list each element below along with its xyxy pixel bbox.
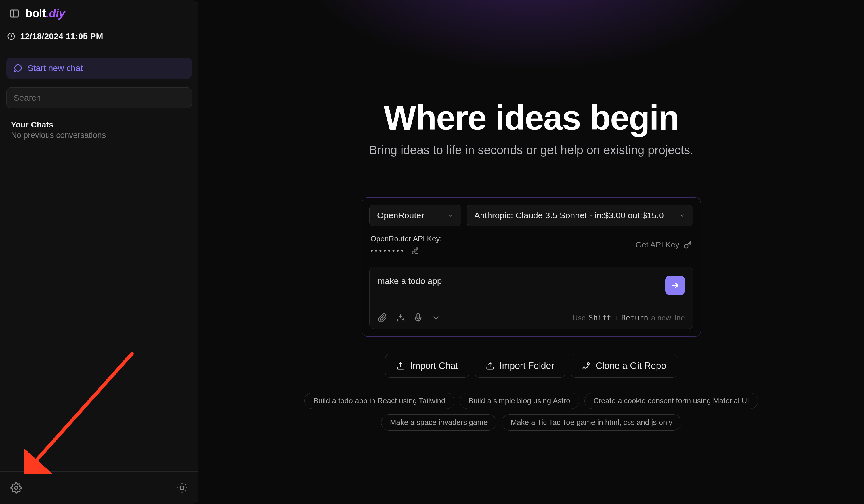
action-buttons-row: Import Chat Import Folder Clone a Git Re… bbox=[385, 354, 677, 378]
logo-diy: .diy bbox=[46, 7, 65, 20]
selects-row: OpenRouter Anthropic: Claude 3.5 Sonnet … bbox=[369, 205, 693, 226]
git-branch-icon bbox=[582, 362, 590, 370]
prompt-tool-icons bbox=[377, 313, 441, 323]
no-conversations-text: No previous conversations bbox=[6, 130, 192, 141]
svg-line-7 bbox=[179, 484, 179, 485]
hero-subtitle: Bring ideas to life in seconds or get he… bbox=[369, 143, 694, 157]
api-key-value-row: •••••••• bbox=[370, 246, 442, 255]
sidebar: bolt.diy 12/18/2024 11:05 PM Start new c… bbox=[0, 0, 199, 504]
api-key-row: OpenRouter API Key: •••••••• Get API Key bbox=[369, 235, 693, 255]
edit-icon[interactable] bbox=[411, 247, 419, 255]
suggestion-pill[interactable]: Create a cookie consent form using Mater… bbox=[585, 393, 758, 409]
clone-repo-label: Clone a Git Repo bbox=[596, 360, 666, 371]
search-input[interactable] bbox=[6, 87, 192, 108]
panel-toggle-icon[interactable] bbox=[9, 8, 20, 19]
timestamp-text: 12/18/2024 11:05 PM bbox=[20, 31, 103, 41]
settings-icon[interactable] bbox=[10, 482, 22, 494]
prompt-panel: OpenRouter Anthropic: Claude 3.5 Sonnet … bbox=[361, 197, 701, 337]
provider-select[interactable]: OpenRouter bbox=[369, 205, 461, 226]
import-chat-label: Import Chat bbox=[410, 360, 458, 371]
hint-tail: a new line bbox=[651, 314, 685, 323]
main-content: Where ideas begin Bring ideas to life in… bbox=[199, 0, 864, 504]
chevron-down-icon bbox=[447, 212, 454, 219]
key-icon bbox=[683, 240, 692, 249]
chevron-down-icon[interactable] bbox=[431, 313, 441, 323]
suggestion-pill[interactable]: Build a simple blog using Astro bbox=[460, 393, 579, 409]
sidebar-header: bolt.diy bbox=[0, 0, 198, 23]
upload-icon bbox=[396, 362, 405, 370]
get-api-key-link[interactable]: Get API Key bbox=[635, 240, 692, 249]
send-button[interactable] bbox=[665, 276, 685, 295]
suggestion-pill[interactable]: Build a todo app in React using Tailwind bbox=[304, 393, 454, 409]
theme-toggle-icon[interactable] bbox=[176, 482, 188, 494]
hint-shift: Shift bbox=[589, 314, 611, 322]
model-select[interactable]: Anthropic: Claude 3.5 Sonnet - in:$3.00 … bbox=[467, 205, 693, 226]
logo[interactable]: bolt.diy bbox=[25, 7, 65, 20]
api-key-label: OpenRouter API Key: bbox=[370, 235, 442, 243]
newline-hint: Use Shift + Return a new line bbox=[572, 314, 685, 323]
chevron-down-icon bbox=[679, 212, 685, 219]
your-chats-heading: Your Chats bbox=[6, 117, 192, 130]
api-key-left: OpenRouter API Key: •••••••• bbox=[370, 235, 442, 255]
hint-return: Return bbox=[621, 314, 648, 322]
svg-line-8 bbox=[185, 491, 185, 491]
microphone-icon[interactable] bbox=[413, 313, 423, 323]
svg-point-3 bbox=[15, 487, 17, 489]
prompt-input-bottom: Use Shift + Return a new line bbox=[377, 313, 685, 323]
svg-line-12 bbox=[185, 484, 185, 485]
suggestion-pills: Build a todo app in React using Tailwind… bbox=[304, 393, 758, 431]
start-new-chat-button[interactable]: Start new chat bbox=[6, 58, 192, 79]
api-key-masked: •••••••• bbox=[370, 246, 405, 255]
prompt-input-box: make a todo app Use Shift + Return a bbox=[369, 267, 693, 329]
svg-line-11 bbox=[179, 491, 179, 491]
svg-rect-0 bbox=[11, 10, 19, 17]
timestamp-row: 12/18/2024 11:05 PM bbox=[0, 23, 198, 48]
svg-point-4 bbox=[180, 486, 184, 490]
provider-select-value: OpenRouter bbox=[377, 211, 424, 220]
suggestion-pill[interactable]: Make a space invaders game bbox=[381, 414, 497, 431]
clock-icon bbox=[7, 32, 15, 40]
sidebar-footer bbox=[0, 471, 198, 504]
import-folder-label: Import Folder bbox=[500, 360, 554, 371]
hint-plus: + bbox=[614, 314, 619, 323]
model-select-value: Anthropic: Claude 3.5 Sonnet - in:$3.00 … bbox=[474, 211, 664, 220]
import-folder-button[interactable]: Import Folder bbox=[475, 354, 565, 378]
sidebar-body: Start new chat Your Chats No previous co… bbox=[0, 48, 198, 471]
import-chat-button[interactable]: Import Chat bbox=[385, 354, 469, 378]
your-chats-section: Your Chats No previous conversations bbox=[6, 117, 192, 141]
logo-bolt: bolt bbox=[25, 7, 46, 20]
prompt-input-top: make a todo app bbox=[377, 276, 685, 304]
get-api-key-label: Get API Key bbox=[635, 240, 679, 249]
upload-icon bbox=[486, 362, 494, 370]
attachment-icon[interactable] bbox=[377, 313, 387, 323]
prompt-textarea[interactable]: make a todo app bbox=[377, 276, 665, 286]
svg-point-20 bbox=[583, 367, 585, 369]
suggestion-pill[interactable]: Make a Tic Tac Toe game in html, css and… bbox=[502, 414, 681, 431]
hint-use: Use bbox=[572, 314, 586, 323]
chat-plus-icon bbox=[13, 63, 22, 73]
sparkle-icon[interactable] bbox=[395, 313, 405, 323]
start-new-chat-label: Start new chat bbox=[28, 63, 83, 73]
clone-repo-button[interactable]: Clone a Git Repo bbox=[571, 354, 677, 378]
hero-title: Where ideas begin bbox=[384, 98, 679, 137]
svg-point-19 bbox=[587, 362, 590, 365]
